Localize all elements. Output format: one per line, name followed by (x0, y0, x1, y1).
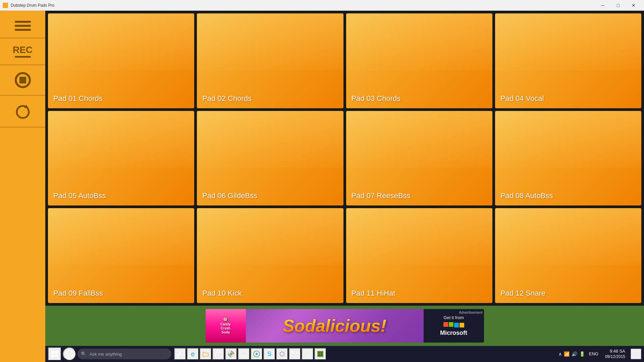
search-area: 🔍 (77, 349, 171, 359)
app-container: REC Pad 01 ChordsPad 02 ChordsPad 03 Cho… (0, 11, 644, 362)
pad-label-pad-09: Pad 09 FallBss (53, 289, 103, 298)
start-button[interactable] (48, 347, 61, 361)
svg-rect-9 (240, 351, 248, 356)
pad-pad-09[interactable]: Pad 09 FallBss (48, 208, 194, 303)
maximize-button[interactable]: □ (610, 0, 626, 11)
svg-rect-19 (321, 352, 322, 354)
hamburger-line-2 (15, 25, 31, 27)
cortana-search-button[interactable] (63, 347, 76, 361)
pad-pad-03[interactable]: Pad 03 Chords (346, 13, 492, 108)
pad-label-pad-11: Pad 11 HiHat (352, 289, 395, 298)
pad-pad-08[interactable]: Pad 08 AutoBss (495, 111, 641, 206)
pad-pad-04[interactable]: Pad 04 Vocal (495, 13, 641, 108)
pad-pad-02[interactable]: Pad 02 Chords (197, 13, 343, 108)
title-bar-left: Dubstep Drum Pads Pro (3, 3, 54, 8)
redo-icon (14, 103, 32, 120)
title-bar: Dubstep Drum Pads Pro ─ □ ✕ (0, 0, 644, 11)
svg-rect-3 (177, 351, 179, 355)
pads-grid: Pad 01 ChordsPad 02 ChordsPad 03 ChordsP… (45, 11, 644, 306)
minimize-button[interactable]: ─ (595, 0, 610, 11)
svg-rect-6 (215, 352, 221, 357)
app-icon (3, 3, 8, 8)
ad-tagline: Sodalicious! (283, 316, 386, 336)
taskbar-right: ∧ 📶 🔊 🔋 ENG 9:48 SA 09/12/2015 (558, 349, 641, 359)
svg-rect-22 (633, 351, 639, 357)
task-view-button[interactable] (174, 348, 186, 360)
explorer-button[interactable] (200, 348, 212, 360)
pad-pad-12[interactable]: Pad 12 Snare (495, 208, 641, 303)
taskbar: 🔍 e (45, 346, 644, 362)
svg-point-2 (68, 352, 71, 356)
advertisement-label: Advertisement (459, 310, 482, 314)
pad-label-pad-03: Pad 03 Chords (352, 94, 401, 103)
svg-rect-4 (180, 351, 183, 355)
stop-square (19, 77, 26, 83)
ad-banner[interactable]: 🍭 CandyCrushSoda Sodalicious! Get it fro… (206, 309, 484, 343)
language-selector[interactable]: ENG (588, 351, 600, 356)
minecraft-button[interactable] (314, 348, 326, 360)
notification-button[interactable] (631, 349, 641, 359)
ad-tagline-area: Sodalicious! (246, 316, 424, 336)
clock[interactable]: 9:48 SA 09/12/2015 (602, 349, 628, 359)
svg-rect-21 (321, 354, 322, 356)
display-button[interactable] (238, 348, 250, 360)
rec-content: REC (13, 45, 33, 58)
svg-point-1 (66, 351, 72, 357)
pad-label-pad-12: Pad 12 Snare (500, 289, 546, 298)
search-input[interactable] (77, 349, 171, 359)
microsoft-logo (443, 322, 464, 327)
record-button[interactable]: REC (0, 39, 45, 65)
ad-brand-logo: 🍭 CandyCrushSoda (206, 309, 246, 343)
pad-pad-05[interactable]: Pad 05 AutoBss (48, 111, 194, 206)
title-bar-controls: ─ □ ✕ (595, 0, 641, 11)
mail-button[interactable] (289, 348, 301, 360)
system-tray-icons: ∧ 📶 🔊 🔋 (558, 351, 585, 357)
hamburger-icon (15, 21, 31, 31)
chrome-alt-button[interactable] (251, 348, 263, 360)
stop-button[interactable] (0, 65, 45, 96)
menu-button[interactable] (0, 14, 45, 39)
speaker-icon[interactable]: 🔊 (572, 351, 577, 357)
ad-area: 🍭 CandyCrushSoda Sodalicious! Get it fro… (45, 306, 644, 346)
ad-cta-label: Get it from (443, 315, 464, 320)
svg-rect-17 (317, 351, 323, 357)
candy-crush-label: 🍭 CandyCrushSoda (220, 317, 231, 335)
close-button[interactable]: ✕ (626, 0, 641, 11)
pad-pad-10[interactable]: Pad 10 Kick (197, 208, 343, 303)
pad-label-pad-02: Pad 02 Chords (202, 94, 252, 103)
pad-label-pad-06: Pad 06 GildeBss (202, 191, 257, 200)
pad-pad-07[interactable]: Pad 07 ReeseBss (346, 111, 492, 206)
pad-label-pad-08: Pad 08 AutoBss (500, 191, 553, 200)
chevron-up-icon[interactable]: ∧ (558, 351, 562, 357)
skype-button[interactable]: S (263, 348, 275, 360)
chrome-button[interactable] (225, 348, 237, 360)
battery-icon[interactable]: 🔋 (579, 351, 585, 357)
svg-point-16 (307, 356, 308, 357)
edge-button[interactable]: e (187, 348, 199, 360)
app-title: Dubstep Drum Pads Pro (11, 3, 54, 8)
svg-rect-20 (318, 354, 320, 356)
clock-date: 09/12/2015 (605, 354, 625, 360)
stop-icon (15, 72, 31, 88)
rec-underline (15, 56, 31, 58)
pad-label-pad-04: Pad 04 Vocal (500, 94, 544, 103)
phone-button[interactable] (302, 348, 314, 360)
rec-label: REC (13, 45, 33, 55)
store-button[interactable] (212, 348, 224, 360)
hamburger-line-3 (15, 29, 31, 31)
clock-time: 9:48 SA (610, 349, 625, 354)
windows-logo-icon (51, 351, 58, 357)
redo-button[interactable] (0, 96, 45, 128)
svg-rect-18 (318, 352, 320, 354)
main-content: Pad 01 ChordsPad 02 ChordsPad 03 ChordsP… (45, 11, 644, 362)
sidebar: REC (0, 11, 45, 362)
pad-pad-06[interactable]: Pad 06 GildeBss (197, 111, 343, 206)
pad-pad-01[interactable]: Pad 01 Chords (48, 13, 194, 108)
wifi-icon[interactable]: 📶 (564, 351, 570, 357)
pad-label-pad-01: Pad 01 Chords (53, 94, 103, 103)
pad-label-pad-05: Pad 05 AutoBss (53, 191, 106, 200)
ms-label: Microsoft (440, 329, 467, 337)
visual-studio-button[interactable]: ⬡ (276, 348, 288, 360)
svg-point-13 (256, 353, 258, 355)
pad-pad-11[interactable]: Pad 11 HiHat (346, 208, 492, 303)
